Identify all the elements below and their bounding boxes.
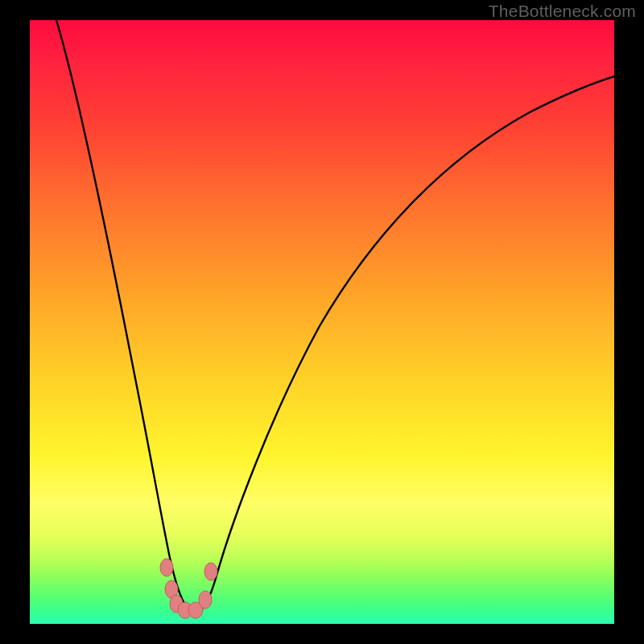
chart-frame: TheBottleneck.com bbox=[0, 0, 644, 644]
watermark-text: TheBottleneck.com bbox=[489, 2, 636, 21]
bottleneck-curve-svg bbox=[30, 20, 614, 624]
bottleneck-curve-path bbox=[56, 20, 614, 613]
marker-dot bbox=[160, 559, 173, 576]
curve-markers bbox=[160, 559, 217, 618]
marker-dot bbox=[199, 591, 212, 609]
marker-dot bbox=[204, 563, 217, 580]
plot-area bbox=[30, 20, 614, 624]
